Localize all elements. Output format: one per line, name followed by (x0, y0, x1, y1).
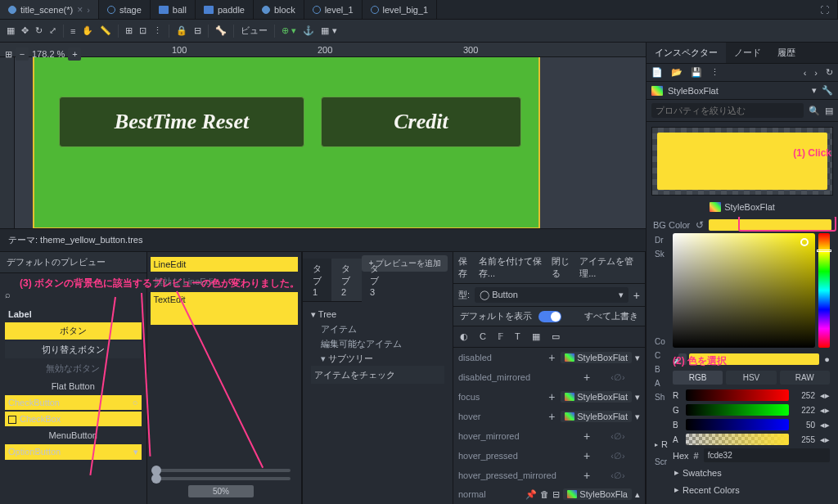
add-disabled-m[interactable]: + (581, 371, 592, 384)
close-button[interactable]: 閉じる (552, 255, 574, 280)
pick-icon[interactable]: ⌕ (5, 290, 11, 299)
type-select[interactable]: ◯ Button▾ (475, 287, 628, 303)
node-tab[interactable]: ノード (726, 43, 769, 63)
group-icon[interactable]: ⊟ (194, 25, 201, 36)
tab-block[interactable]: block (254, 0, 304, 19)
list-tool[interactable]: ≡ (70, 26, 75, 36)
swatches-expand[interactable]: ▸Swatches (673, 464, 830, 481)
save-icon[interactable]: 💾 (691, 67, 702, 78)
resource-name[interactable]: StyleBoxFlat (668, 86, 807, 96)
togglebutton-preview[interactable]: 切り替えボタン (5, 341, 142, 358)
recent-expand[interactable]: ▸Recent Colors (673, 481, 830, 498)
fonts-icon[interactable]: 𝔽 (498, 331, 503, 342)
snap-grid-icon[interactable]: ⊞ (125, 25, 133, 36)
distraction-free-icon[interactable]: ⛶ (812, 0, 838, 19)
add-disabled[interactable]: + (546, 351, 557, 364)
tab-ball[interactable]: ball (151, 0, 196, 19)
bgcolor-reset[interactable]: ↺ (696, 219, 704, 231)
anchor2-icon[interactable]: ⚓ (303, 25, 314, 36)
back-icon[interactable]: ‹ (804, 68, 807, 78)
anchor-icon[interactable]: ⊕ ▾ (282, 25, 296, 36)
hist-icon[interactable]: ↻ (826, 67, 833, 78)
flatbutton-preview[interactable]: Flat Button (5, 379, 142, 394)
tab3[interactable]: タブ3 (360, 259, 389, 301)
zoom-out[interactable]: − (16, 47, 29, 61)
save-button[interactable]: 保存 (458, 255, 474, 280)
tool-icon[interactable]: 🔧 (822, 85, 833, 96)
del-icon[interactable]: 🗑 (540, 489, 549, 499)
reset-icon[interactable]: ⊟ (552, 489, 560, 500)
tree-item-check[interactable]: アイテムをチェック (311, 366, 444, 384)
rgb-mode[interactable]: RGB (673, 371, 723, 385)
close-icon[interactable]: × (77, 4, 83, 16)
search-icon[interactable]: 🔍 (809, 106, 820, 116)
button-preview[interactable]: ボタン (5, 322, 142, 340)
pin-icon[interactable]: 📌 (525, 489, 537, 500)
tab-paddle[interactable]: paddle (196, 0, 254, 19)
show-default-toggle[interactable] (538, 311, 561, 322)
icons-icon[interactable]: ▦ (532, 331, 540, 342)
credit-button[interactable]: Credit (321, 97, 521, 147)
snap-menu[interactable]: ⋮ (153, 25, 162, 36)
constants-icon[interactable]: C (480, 331, 486, 342)
move-tool[interactable]: ✥ (21, 25, 29, 36)
hsv-mode[interactable]: HSV (726, 371, 776, 385)
bone-icon[interactable]: 🦴 (215, 25, 227, 36)
tab2[interactable]: タブ2 (331, 259, 360, 301)
saturation-value-picker[interactable] (673, 233, 815, 348)
besttime-reset-button[interactable]: BestTime Reset (59, 97, 304, 147)
pan-tool[interactable]: ✋ (82, 25, 93, 36)
tab-levelbig1[interactable]: level_big_1 (363, 0, 438, 19)
hex-input[interactable] (704, 448, 830, 462)
add-type-button[interactable]: + (633, 289, 640, 302)
scale-tool[interactable]: ⤢ (49, 25, 56, 36)
open-icon[interactable]: 📂 (671, 67, 683, 78)
view-menu[interactable]: ビュー (241, 25, 268, 37)
raw-mode[interactable]: RAW (780, 371, 830, 385)
menubutton-preview[interactable]: MenuButton (5, 428, 142, 443)
tab1[interactable]: タブ1 (303, 259, 331, 301)
tree-subtree[interactable]: ▾ サブツリー (311, 351, 444, 366)
inspector-tab[interactable]: インスペクター (647, 43, 726, 63)
snap-smart-icon[interactable]: ⊡ (139, 25, 146, 36)
sbf-focus[interactable]: StyleBoxFlat (561, 391, 632, 403)
a-slider[interactable] (686, 434, 789, 445)
select-tool[interactable]: ▦ (7, 25, 15, 36)
tree-item[interactable]: アイテム (311, 322, 444, 336)
g-slider[interactable] (686, 404, 789, 416)
fontsize-icon[interactable]: T (515, 331, 520, 342)
filter-icon[interactable]: ▤ (825, 106, 833, 116)
checkbox-preview[interactable]: CheckBox (5, 412, 142, 426)
add-hover-m[interactable]: + (581, 430, 592, 443)
optionbutton-preview[interactable]: OptionButton▾ (5, 444, 142, 460)
b-slider[interactable] (686, 419, 789, 430)
tree-editable[interactable]: 編集可能なアイテム (311, 336, 444, 351)
grid-icon[interactable]: ▦ ▾ (321, 25, 336, 36)
ruler-tool[interactable]: 📏 (100, 25, 111, 36)
add-hover[interactable]: + (546, 410, 557, 423)
tab-stage[interactable]: stage (99, 0, 151, 19)
more-icon[interactable]: ⋮ (710, 67, 719, 78)
zoom-in[interactable]: + (68, 47, 81, 61)
colors-icon[interactable]: ◐ (460, 331, 468, 342)
sbf-hover[interactable]: StyleBoxFlat (561, 411, 632, 422)
rotate-tool[interactable]: ↻ (35, 25, 43, 36)
override-all-button[interactable]: すべて上書き (584, 310, 638, 322)
filter-input[interactable] (651, 103, 804, 118)
lineedit-preview[interactable]: LineEdit (151, 257, 299, 272)
add-hover-p[interactable]: + (581, 449, 592, 462)
lock-icon[interactable]: 🔒 (176, 25, 187, 36)
new-icon[interactable]: 📄 (651, 67, 663, 78)
tree-root[interactable]: ▾ Tree (311, 307, 444, 322)
circle-icon[interactable]: ● (824, 354, 830, 364)
hue-slider[interactable] (818, 233, 830, 348)
r-slider[interactable] (686, 389, 789, 401)
checkbutton-preview[interactable]: CheckButton○ (5, 395, 142, 410)
saveas-button[interactable]: 名前を付けて保存... (479, 255, 547, 280)
sbf-disabled[interactable]: StyleBoxFlat (561, 352, 632, 363)
sbf-normal[interactable]: StyleBoxFla (563, 488, 632, 500)
center-icon[interactable]: ⊞ (5, 49, 12, 60)
tab-title-scene[interactable]: title_scene(*)×› (0, 0, 99, 19)
tab-level1[interactable]: level_1 (304, 0, 363, 19)
add-focus[interactable]: + (546, 390, 557, 403)
